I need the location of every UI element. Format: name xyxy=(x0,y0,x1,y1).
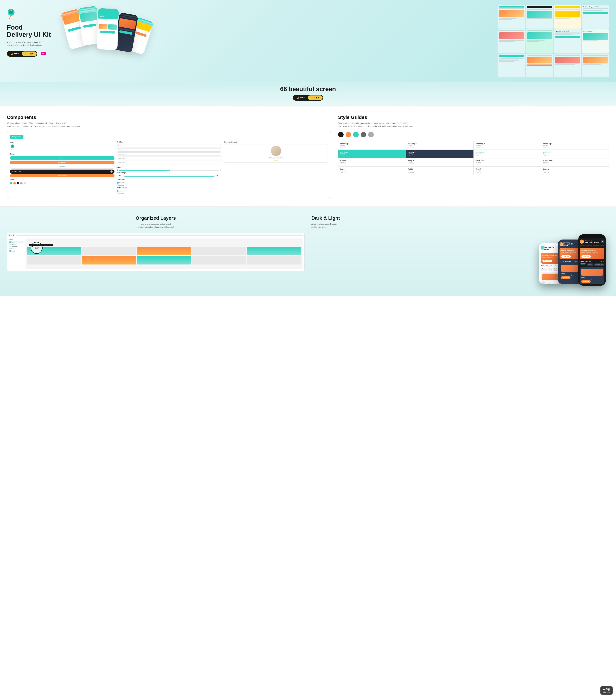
layers-thumb xyxy=(137,247,191,255)
phones-dark-light: Delivering to New York Elk Street 🔔 🍕Piz… xyxy=(311,233,609,288)
comp-best-title: Most Loved Muffins xyxy=(225,157,327,159)
price-max-input[interactable]: $111 xyxy=(214,175,221,178)
style-heading-2: Heading 2 Urbanist 22px L25 xyxy=(406,141,474,150)
dp-restaurant-card-mid: Dalah 1 Resturant • 3400+ • ⭐ 4.8 Order … xyxy=(560,264,580,280)
comp-cart-btn[interactable]: 🛒 VIEW CART 1 xyxy=(10,169,114,173)
dp-tab-under[interactable]: Under 30 min xyxy=(594,264,604,266)
style-heading-4: Heading 4 Urbanist 13px L20 xyxy=(542,141,609,150)
layers-screens-grid xyxy=(27,247,301,265)
organized-layers-title: Organized Layers xyxy=(7,215,305,221)
beautiful-theme-toggle[interactable]: 🌙 Dark ☀️ Light xyxy=(293,95,323,101)
comp-slider[interactable] xyxy=(117,169,221,171)
dp-main-stores-title: Stores near you See all xyxy=(580,261,604,263)
dp-cat-burger: 🍔 Burger xyxy=(586,245,592,246)
dp-cat-noodles: 🍜 Noodles xyxy=(593,245,599,246)
icon-dot-teal xyxy=(10,182,12,184)
layers-thumb xyxy=(192,247,247,255)
theme-toggle[interactable]: 🌙 Dark ☀️ Light xyxy=(7,51,37,57)
comp-primary-btn[interactable]: PRIMARY xyxy=(10,156,114,160)
style-guides-desc: Style guides are carefully chosen to be … xyxy=(338,122,609,128)
comp-checkbox-1[interactable]: Option 1 xyxy=(117,182,221,184)
beautiful-title: 66 beautiful screen xyxy=(7,85,609,93)
dp-tab-over[interactable]: Over 4 xyxy=(587,264,593,266)
icon-dot-light xyxy=(24,182,26,184)
comp-col-textbox: Text box Enter text... Start typing 2 St… xyxy=(117,141,221,195)
style-body-row: Body 1 Urbanist 13px L20 Body 2 Urbanist… xyxy=(338,158,609,167)
lp-avatar xyxy=(541,246,544,250)
textbox-5[interactable]: Start typing 5 xyxy=(117,160,221,164)
bottom-sections: Organized Layers Elements are grouped an… xyxy=(0,207,616,296)
layer-item-textinputs[interactable]: Text Inputs xyxy=(9,246,24,248)
style-caption-1: CAPTION 1 Urbanist 13px L19 xyxy=(474,150,542,158)
comp-radio-1[interactable]: Option A xyxy=(117,190,221,192)
comp-ghost-btn[interactable]: GHOST xyxy=(10,165,114,169)
components-desc: We have a large number of Components tha… xyxy=(7,122,331,128)
layers-left-panel: Layers Log In Sign Up Text Inputs xyxy=(9,238,24,269)
dp-order-btn-mid[interactable]: Order Now xyxy=(561,255,571,257)
layers-thumb xyxy=(27,256,81,265)
style-btn-2: BUTTON 2 Urbanist 11px L18 xyxy=(406,150,474,158)
xd-badge: Xd xyxy=(41,52,46,55)
dp-header: Delivering to New York Elk Street 🔔 xyxy=(560,242,580,247)
comp-radio-2[interactable]: Option B xyxy=(117,193,221,194)
textbox-2[interactable]: Start typing 2 xyxy=(117,148,221,152)
layers-thumb xyxy=(192,256,247,265)
textbox-1[interactable]: Enter text... xyxy=(117,144,221,148)
dp-order-btn-card[interactable]: Order Now xyxy=(561,276,571,279)
style-btn-1: BUTTON 1 Urbanist 11px L22 xyxy=(338,150,406,158)
dp-main-header: Delivering to New York Elk Street 🔔 xyxy=(580,239,604,243)
dp-main-notif: 🔔 xyxy=(601,240,604,243)
lp-restaurant-card: Dalah 1 Resturant • 3400+ • ⭐ 4.8 xyxy=(541,272,560,284)
dp-rest-img xyxy=(561,265,579,272)
comp-grid: Logo Button PRIMARY SECONDARY GHOST 🛒 VI… xyxy=(10,141,328,195)
dp-main-rest-btn[interactable]: Order Now xyxy=(581,280,591,283)
dp-categories: 🍕 Pizza 🍔 Burger 🍜 Noodles 🍗 xyxy=(580,245,604,246)
light-mode-btn[interactable]: ☀️ Light xyxy=(22,52,37,56)
lp-section-title: Stores near you See all xyxy=(541,265,560,267)
style-body-2: Body 2 Urbanist 13px L18 xyxy=(406,158,474,166)
color-orange xyxy=(346,132,351,137)
dp-cat-pizza: 🍕 Pizza xyxy=(580,245,585,246)
style-body-1: Body 1 Urbanist 13px L20 xyxy=(338,158,406,166)
style-heading-1: Heading 1 Urbanist 34px L4 xyxy=(338,141,406,150)
layers-thumb xyxy=(82,256,136,265)
style-small-2: Small Text 2 Urbanist 11px L18 xyxy=(542,158,609,166)
lp-order-btn[interactable]: Order Now xyxy=(543,260,552,262)
beautiful-dark-btn[interactable]: 🌙 Dark xyxy=(293,96,308,100)
svg-point-3 xyxy=(12,145,14,147)
dp-tabs: Pickup Over 4 Under 30 min xyxy=(580,264,604,266)
style-guides-title: Style Guides xyxy=(338,115,609,120)
dp-tab-pickup[interactable]: Pickup xyxy=(580,264,586,266)
comp-secondary-btn[interactable]: SECONDARY xyxy=(10,160,114,164)
layers-sidebar: Layers Log In Sign Up Text Inputs xyxy=(9,238,303,269)
screenshot-thumb xyxy=(526,54,554,77)
hero-left-content: Food Delivery UI Kit FOODY is a new UI K… xyxy=(7,5,55,57)
textbox-4[interactable]: Start typing 4 xyxy=(117,156,221,160)
dark-mode-btn[interactable]: 🌙 Dark xyxy=(8,52,22,56)
screenshot-thumb: Preferred Payment Method xyxy=(582,5,609,29)
dp-main-promo: Best Pizza Near You Limited time offer —… xyxy=(580,248,604,259)
comp-add-btn[interactable]: ADD TO ORDER xyxy=(10,174,114,177)
layer-item-login[interactable]: Log In xyxy=(9,241,24,243)
color-circles xyxy=(338,132,609,137)
layer-item-primary[interactable]: Primary xyxy=(9,250,24,252)
layers-thumb xyxy=(247,247,301,255)
style-extra-3: Bold 3 Urbanist 11px L20 xyxy=(474,167,542,175)
hero-title: Food Delivery UI Kit xyxy=(7,24,55,38)
screenshot-col-3: Try Foody for 30 days xyxy=(554,5,581,77)
dark-light-desc: All screens are created in dark and ligh… xyxy=(311,223,609,228)
style-extra-1: Bold 1 Urbanist 13px L20 xyxy=(338,167,406,175)
layers-canvas: Sign UpForm By clicking Sign Up, you agr… xyxy=(26,238,303,269)
dp-main-order-btn[interactable]: Order Now xyxy=(582,255,591,257)
comp-checkbox-2[interactable]: Option 2 xyxy=(117,184,221,186)
textbox-3[interactable]: Start typing 3 xyxy=(117,152,221,156)
beautiful-section: 66 beautiful screen 🌙 Dark ☀️ Light xyxy=(0,82,616,106)
price-min-input[interactable]: $21 xyxy=(117,175,124,178)
screenshot-col-2 xyxy=(526,5,554,77)
dark-phone-main: Delivering to New York Elk Street 🔔 🍕 Pi… xyxy=(578,234,606,286)
layer-item-signup[interactable]: Sign Up xyxy=(9,243,24,245)
icon-dot-orange xyxy=(13,182,16,184)
hero-logo xyxy=(7,9,55,19)
beautiful-light-btn[interactable]: ☀️ Light xyxy=(308,96,323,100)
layer-item-privacy[interactable]: Privacy xyxy=(9,248,24,250)
